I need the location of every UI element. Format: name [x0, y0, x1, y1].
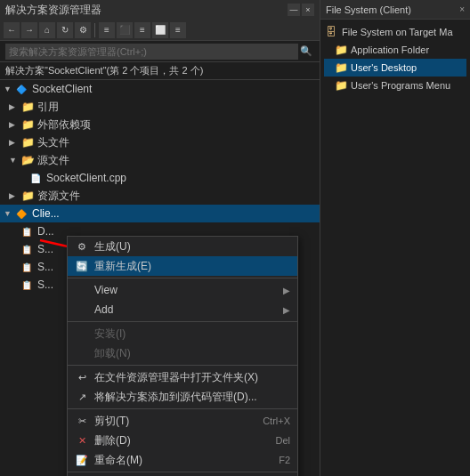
cm-item-left: ↩ 在文件资源管理器中打开文件夹(X)	[75, 370, 258, 385]
expand-arrow: ▼	[4, 85, 16, 93]
shortcut-cut: Ctrl+X	[263, 415, 290, 426]
rt-label-user-desktop: User's Desktop	[351, 62, 417, 73]
toolbar: ← → ⌂ ↻ ⚙ ≡ ⬛ ≡ ⬜ ≡	[0, 20, 320, 41]
pin-button[interactable]: ×	[302, 4, 314, 16]
rt-item-programs-menu[interactable]: 📁 User's Programs Menu	[324, 77, 466, 94]
file-icon: 📋	[21, 245, 36, 254]
solution-icon: 🔷	[16, 85, 30, 94]
search-bar: 🔍	[0, 41, 320, 62]
cm-item-source-control[interactable]: ↗ 将解决方案添加到源代码管理(D)...	[68, 387, 297, 407]
cm-label-install: 安装(I)	[94, 327, 126, 342]
rt-item-root[interactable]: 🗄 File System on Target Ma	[324, 23, 466, 41]
refresh-button[interactable]: ↻	[57, 22, 73, 38]
home-button[interactable]: ⌂	[39, 22, 55, 38]
collapse-button[interactable]: ⬛	[117, 22, 133, 38]
project-icon: 🔶	[16, 209, 30, 219]
install-icon	[75, 327, 89, 341]
folder-icon: 📁	[335, 44, 349, 56]
search-input[interactable]	[5, 44, 298, 60]
tree-label: S...	[37, 278, 53, 291]
tree-item-headers[interactable]: ▶ 📁 头文件	[0, 133, 320, 151]
rename-icon: 📝	[75, 453, 89, 467]
cm-item-rebuild[interactable]: 🔄 重新生成(E)	[68, 256, 297, 276]
tree-item-external[interactable]: ▶ 📁 外部依赖项	[0, 116, 320, 133]
expand-arrow: ▶	[9, 138, 21, 147]
cm-item-left: Add	[75, 303, 113, 317]
file-icon: 📋	[21, 262, 36, 272]
tree-item-resources[interactable]: ▶ 📁 资源文件	[0, 187, 320, 205]
tree-label: Clie...	[32, 207, 60, 220]
rt-label-programs-menu: User's Programs Menu	[351, 80, 450, 91]
cm-label-build: 生成(U)	[94, 239, 131, 254]
filter-button[interactable]: ⬜	[152, 22, 168, 38]
folder-icon: 📁	[335, 61, 349, 74]
folder-icon: 📂	[21, 154, 36, 166]
load-icon	[75, 346, 89, 360]
right-panel: File System (Client) × 🗄 File System on …	[320, 0, 470, 476]
submenu-arrow-icon: ▶	[283, 286, 290, 295]
cm-label-open-explorer: 在文件资源管理器中打开文件夹(X)	[94, 370, 258, 385]
tree-label: 源文件	[37, 153, 69, 168]
tree-label: 头文件	[37, 135, 69, 150]
cm-label-rebuild: 重新生成(E)	[94, 259, 151, 274]
cm-item-delete[interactable]: ✕ 删除(D) Del	[68, 431, 297, 450]
tree-item-client[interactable]: ▼ 🔶 Clie...	[0, 205, 320, 222]
cpp-icon: 📄	[30, 173, 45, 183]
cm-item-open-explorer[interactable]: ↩ 在文件资源管理器中打开文件夹(X)	[68, 367, 297, 387]
rebuild-icon: 🔄	[75, 259, 89, 273]
expand-arrow: ▼	[4, 209, 16, 218]
view-icon	[75, 283, 89, 297]
search-button[interactable]: 🔍	[298, 44, 314, 60]
cm-item-left: ✂ 剪切(T)	[75, 414, 129, 429]
add-icon	[75, 303, 89, 317]
more-button[interactable]: ≡	[170, 22, 186, 38]
right-panel-title: File System (Client)	[326, 4, 411, 15]
delete-icon: ✕	[75, 433, 89, 448]
cm-item-view[interactable]: View ▶	[68, 280, 297, 300]
rt-item-user-desktop[interactable]: 📁 User's Desktop	[324, 59, 466, 77]
cm-item-left: ↗ 将解决方案添加到源代码管理(D)...	[75, 390, 257, 405]
cm-separator-5	[68, 472, 297, 472]
tree-item-socketclient[interactable]: ▼ 🔷 SocketClient	[0, 80, 320, 98]
settings-button[interactable]: ⚙	[75, 22, 91, 38]
view-button[interactable]: ≡	[99, 22, 115, 38]
minimize-button[interactable]: —	[288, 4, 300, 16]
nav-back-button[interactable]: ←	[4, 22, 20, 38]
tree-label: S...	[37, 243, 53, 255]
cm-label-source-control: 将解决方案添加到源代码管理(D)...	[94, 390, 257, 405]
cm-item-rename[interactable]: 📝 重命名(M) F2	[68, 450, 297, 470]
folder-icon: 📁	[21, 190, 36, 202]
right-tree: 🗄 File System on Target Ma 📁 Application…	[320, 20, 470, 98]
rt-item-app-folder[interactable]: 📁 Application Folder	[324, 41, 466, 59]
tree-item-ref[interactable]: ▶ 📁 引用	[0, 98, 320, 116]
sort-button[interactable]: ≡	[134, 22, 150, 38]
cm-item-left: 📝 重命名(M)	[75, 453, 142, 468]
right-panel-close-button[interactable]: ×	[459, 4, 465, 14]
tree-label: SocketClient.cpp	[46, 172, 126, 184]
tree-label: S...	[37, 261, 53, 273]
scissors-icon: ✂	[75, 414, 89, 428]
tree-label: 引用	[37, 100, 59, 115]
shortcut-delete: Del	[275, 435, 290, 446]
nav-forward-button[interactable]: →	[21, 22, 37, 38]
cm-label-load: 卸载(N)	[94, 346, 131, 361]
cm-label-cut: 剪切(T)	[94, 414, 129, 429]
cm-label-rename: 重命名(M)	[94, 453, 142, 468]
build-icon: ⚙	[75, 239, 89, 254]
expand-arrow: ▶	[9, 120, 21, 129]
tree-label: 外部依赖项	[37, 117, 91, 133]
file-icon: 📋	[21, 227, 36, 237]
title-bar: 解决方案资源管理器 — ×	[0, 0, 320, 20]
cm-item-left: View	[75, 283, 118, 297]
rt-label-app-folder: Application Folder	[351, 44, 429, 55]
tree-item-sources[interactable]: ▼ 📂 源文件	[0, 151, 320, 169]
cm-item-install: 安装(I)	[68, 324, 297, 343]
cm-item-build[interactable]: ⚙ 生成(U)	[68, 237, 297, 256]
cm-item-add[interactable]: Add ▶	[68, 300, 297, 319]
toolbar-separator	[94, 23, 95, 37]
tree-item-socketclientcpp[interactable]: 📄 SocketClient.cpp	[0, 169, 320, 187]
context-menu: ⚙ 生成(U) 🔄 重新生成(E) View ▶	[67, 236, 298, 476]
cm-separator-2	[68, 321, 297, 322]
title-bar-controls: — ×	[288, 4, 314, 16]
cm-item-cut[interactable]: ✂ 剪切(T) Ctrl+X	[68, 411, 297, 431]
